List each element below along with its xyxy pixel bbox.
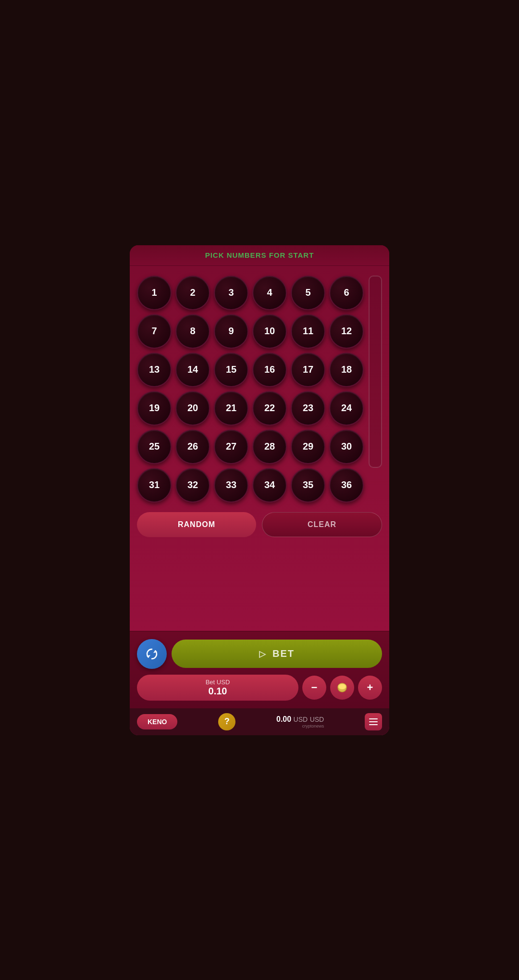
bottom-controls: ▷ BET Bet USD 0.10 − + [130,631,389,708]
number-ball-13[interactable]: 13 [137,352,172,387]
nav-menu-button[interactable] [365,713,382,730]
side-panel [369,276,382,468]
number-ball-36[interactable]: 36 [329,468,364,503]
balance-currency-label: USD [310,716,324,723]
play-icon: ▷ [259,649,267,659]
game-area: 1234567891011121314151617181920212223242… [130,266,389,631]
bet-row: ▷ BET [137,639,382,669]
action-buttons: RANDOM CLEAR [137,512,382,537]
number-ball-7[interactable]: 7 [137,314,172,349]
number-ball-17[interactable]: 17 [291,352,325,387]
number-ball-2[interactable]: 2 [175,276,210,310]
auto-icon [144,646,160,662]
number-ball-8[interactable]: 8 [175,314,210,349]
app-container: PICK NUMBERS FOR START 12345678910111213… [130,245,389,735]
number-ball-34[interactable]: 34 [252,468,287,503]
number-ball-12[interactable]: 12 [329,314,364,349]
number-ball-22[interactable]: 22 [252,391,287,426]
numbers-and-panel: 1234567891011121314151617181920212223242… [137,276,382,503]
bet-amount-container: Bet USD 0.10 [137,675,298,701]
number-ball-10[interactable]: 10 [252,314,287,349]
page-title: PICK NUMBERS FOR START [205,251,314,259]
bet-amount-row: Bet USD 0.10 − + [137,675,382,701]
number-ball-27[interactable]: 27 [214,429,248,464]
svg-point-4 [339,684,346,689]
number-ball-1[interactable]: 1 [137,276,172,310]
clear-button[interactable]: CLEAR [262,512,382,537]
number-ball-18[interactable]: 18 [329,352,364,387]
nav-balance: 0.00 USD USD cryptonews [276,715,324,729]
balance-amount: 0.00 [276,715,291,723]
number-ball-6[interactable]: 6 [329,276,364,310]
number-ball-32[interactable]: 32 [175,468,210,503]
number-ball-20[interactable]: 20 [175,391,210,426]
brand-label: cryptonews [302,724,324,729]
number-ball-33[interactable]: 33 [214,468,248,503]
number-ball-5[interactable]: 5 [291,276,325,310]
numbers-grid: 1234567891011121314151617181920212223242… [137,276,364,503]
number-ball-15[interactable]: 15 [214,352,248,387]
number-ball-3[interactable]: 3 [214,276,248,310]
number-ball-4[interactable]: 4 [252,276,287,310]
number-ball-26[interactable]: 26 [175,429,210,464]
balance-group: 0.00 USD USD cryptonews [276,715,324,729]
number-ball-25[interactable]: 25 [137,429,172,464]
number-ball-21[interactable]: 21 [214,391,248,426]
balance-currency: USD [294,716,308,723]
number-ball-23[interactable]: 23 [291,391,325,426]
number-ball-14[interactable]: 14 [175,352,210,387]
bet-coin-button[interactable] [330,676,354,700]
number-ball-30[interactable]: 30 [329,429,364,464]
number-ball-29[interactable]: 29 [291,429,325,464]
auto-button[interactable] [137,639,167,669]
number-ball-11[interactable]: 11 [291,314,325,349]
number-ball-24[interactable]: 24 [329,391,364,426]
number-ball-35[interactable]: 35 [291,468,325,503]
number-ball-19[interactable]: 19 [137,391,172,426]
bottom-nav: KENO ? 0.00 USD USD cryptonews [130,708,389,735]
number-ball-9[interactable]: 9 [214,314,248,349]
nav-keno-button[interactable]: KENO [137,714,177,729]
coin-icon [336,682,348,693]
top-bar: PICK NUMBERS FOR START [130,245,389,266]
bet-label: BET [272,648,295,659]
bet-plus-button[interactable]: + [358,676,382,700]
bet-usd-value: 0.10 [209,686,227,697]
number-ball-28[interactable]: 28 [252,429,287,464]
help-button[interactable]: ? [218,713,235,730]
number-ball-16[interactable]: 16 [252,352,287,387]
bet-usd-label: Bet USD [206,678,230,686]
bet-minus-button[interactable]: − [302,676,326,700]
bet-button[interactable]: ▷ BET [172,640,382,668]
random-button[interactable]: RANDOM [137,512,256,537]
balance-row: 0.00 USD USD [276,715,324,724]
number-ball-31[interactable]: 31 [137,468,172,503]
